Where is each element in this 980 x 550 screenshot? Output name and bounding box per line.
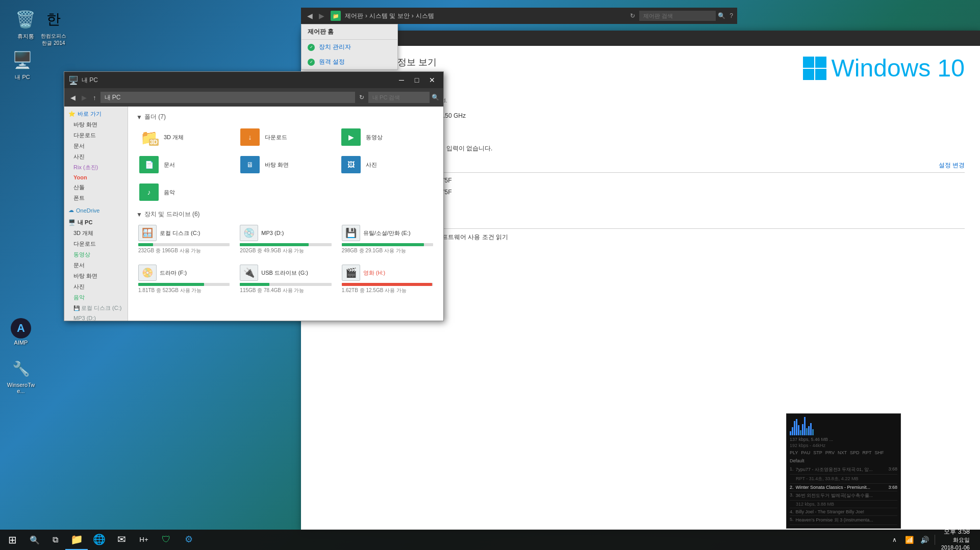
cp-search-btn[interactable]: 🔍 bbox=[718, 12, 725, 19]
aimp-shf-btn[interactable]: SHF bbox=[875, 450, 884, 455]
tray-clock[interactable]: 오후 3:58 화요일2018-01-06 bbox=[937, 528, 974, 550]
fe-titlebar: 🖥️ 내 PC ─ □ ✕ bbox=[64, 72, 443, 88]
sidebar-item-downloads[interactable]: 다운로드 bbox=[64, 130, 128, 141]
sidebar-item-my-pc[interactable]: 🖥️ 내 PC bbox=[64, 217, 128, 228]
folder-item-downloads[interactable]: ↓ 다운로드 bbox=[237, 125, 334, 149]
sidebar-item-yoon[interactable]: Yoon bbox=[64, 173, 128, 182]
sidebar-item-pic2[interactable]: 사진 bbox=[64, 281, 128, 292]
cp-back-btn[interactable]: ◀ bbox=[305, 12, 315, 20]
desktop-icon-winsero[interactable]: 🔧 WinseroTwe... bbox=[3, 354, 39, 396]
sidebar-item-video[interactable]: 동영상 bbox=[64, 249, 128, 260]
tray-show-desktop-btn[interactable] bbox=[974, 530, 978, 550]
cp-dropdown-device-mgr[interactable]: ✓ 장치 관리자 bbox=[301, 40, 397, 55]
fe-maximize-btn[interactable]: □ bbox=[410, 74, 424, 86]
sidebar-item-rix[interactable]: Rix (초진) bbox=[64, 162, 128, 173]
folder-item-music[interactable]: ♪ 음악 bbox=[136, 180, 233, 204]
drives-section-header: ▼ 장치 및 드라이브 (6) bbox=[136, 210, 435, 219]
fe-back-btn[interactable]: ◀ bbox=[68, 94, 78, 101]
sidebar-item-font[interactable]: 폰트 bbox=[64, 193, 128, 203]
sidebar-item-dl2[interactable]: 다운로드 bbox=[64, 239, 128, 249]
sidebar-item-c-drive[interactable]: 💾 로컬 디스크 (C:) bbox=[64, 303, 128, 313]
fe-search-btn[interactable]: 🔍 bbox=[432, 94, 439, 101]
cp-help-btn[interactable]: ? bbox=[730, 12, 733, 19]
aimp-spd-btn[interactable]: SPD bbox=[850, 450, 860, 455]
cp-forward-btn[interactable]: ▶ bbox=[317, 12, 326, 20]
tray-volume-icon[interactable]: 🔊 bbox=[917, 530, 933, 550]
aimp-prv-btn[interactable]: PRV bbox=[825, 450, 835, 455]
cp-search-input[interactable] bbox=[639, 11, 716, 21]
aimp-ply-btn[interactable]: PLY bbox=[790, 450, 798, 455]
sidebar-item-photos[interactable]: 사진 bbox=[64, 151, 128, 162]
drive-item-e[interactable]: 💾 유틸/소설/만화 (E:) 298GB 중 29.1GB 사용 가능 bbox=[340, 223, 435, 256]
sidebar-item-onedrive[interactable]: ☁ OneDrive bbox=[64, 205, 128, 215]
taskbar-app-chrome[interactable]: 🌐 bbox=[88, 530, 110, 550]
desktop-icon-hancom[interactable]: 한 한컴오피스한글 2014 bbox=[33, 5, 74, 49]
vis-bar-2 bbox=[792, 427, 793, 435]
taskbar-app-mail[interactable]: ✉ bbox=[110, 530, 133, 550]
sidebar-item-quick-access[interactable]: ⭐ 바로 가기 bbox=[64, 109, 128, 119]
aimp-pau-btn[interactable]: PAU bbox=[801, 450, 810, 455]
cp-dropdown-remote[interactable]: ✓ 원격 설정 bbox=[301, 55, 397, 69]
sidebar-onedrive-label: OneDrive bbox=[76, 207, 99, 214]
taskbar-search-button[interactable]: 🔍 bbox=[24, 530, 45, 550]
sidebar-item-3d[interactable]: 3D 개체 bbox=[64, 228, 128, 239]
start-button[interactable]: ⊞ bbox=[0, 530, 24, 550]
drive-item-d[interactable]: 💿 MP3 (D:) 202GB 중 49.9GB 사용 가능 bbox=[238, 223, 333, 256]
fe-up-btn[interactable]: ↑ bbox=[91, 94, 98, 101]
change-settings-link[interactable]: 설정 변경 bbox=[939, 161, 965, 170]
vis-bar-10 bbox=[808, 426, 810, 435]
folder-item-photos[interactable]: 🖼 사진 bbox=[338, 153, 435, 176]
drives-collapse-btn[interactable]: ▼ bbox=[136, 211, 142, 218]
desktop-icon-my-pc[interactable]: 🖥️ 내 PC bbox=[4, 46, 41, 83]
folder-item-desktop[interactable]: 🖥 바탕 화면 bbox=[237, 153, 334, 176]
fe-close-btn[interactable]: ✕ bbox=[425, 74, 439, 86]
pl-sub-3: 312 kbps, 3.88 MB bbox=[790, 502, 834, 507]
drive-item-c[interactable]: 🪟 로컬 디스크 (C:) 232GB 중 196GB 사용 가능 bbox=[136, 223, 232, 256]
tray-network-icon[interactable]: 📶 bbox=[902, 530, 917, 550]
folder-item-3d[interactable]: 📁 3D 3D 개체 bbox=[136, 125, 233, 149]
fe-main-content: ▼ 폴더 (7) 📁 3D 3D 개체 bbox=[128, 107, 443, 321]
aimp-pl-item-2[interactable]: 2. Winter Sonata Classics - Premiunit...… bbox=[790, 484, 897, 491]
drive-item-h[interactable]: 🎬 영화 (H:) 1.62TB 중 12.5GB 사용 가능 bbox=[340, 263, 435, 296]
vis-bar-11 bbox=[810, 423, 812, 435]
aimp-nxt-btn[interactable]: NXT bbox=[838, 450, 847, 455]
aimp-rpt-btn[interactable]: RPT bbox=[863, 450, 872, 455]
taskbar-app-settings[interactable]: ⚙ bbox=[178, 530, 200, 550]
sidebar-item-documents[interactable]: 문서 bbox=[64, 141, 128, 151]
sidebar-item-sandol[interactable]: 산돌 bbox=[64, 182, 128, 193]
cp-sep-2: › bbox=[412, 12, 414, 19]
drive-e-name: 유틸/소설/만화 (E:) bbox=[363, 229, 411, 237]
aimp-pl-item-1[interactable]: 1. 7ypu77 - 사조영웅전3 두재곡 01, 앞... 3:68 bbox=[790, 465, 897, 475]
drive-g-size: 115GB 중 78.4GB 사용 가능 bbox=[240, 287, 331, 294]
task-view-button[interactable]: ⧉ bbox=[45, 530, 65, 550]
taskbar-app-hplus[interactable]: H+ bbox=[133, 530, 155, 550]
aimp-stp-btn[interactable]: STP bbox=[813, 450, 822, 455]
folders-collapse-btn[interactable]: ▼ bbox=[136, 114, 142, 121]
sidebar-item-doc2[interactable]: 문서 bbox=[64, 260, 128, 271]
vis-bar-4 bbox=[796, 419, 797, 435]
fe-forward-btn[interactable]: ▶ bbox=[80, 94, 89, 101]
sidebar-item-desktop[interactable]: 바탕 화면 bbox=[64, 119, 128, 130]
drive-item-g[interactable]: 🔌 USB 드라이브 (G:) 115GB 중 78.4GB 사용 가능 bbox=[238, 263, 333, 296]
taskbar-app-shield[interactable]: 🛡 bbox=[155, 530, 178, 550]
fe-minimize-btn[interactable]: ─ bbox=[394, 74, 409, 86]
folder-item-docs[interactable]: 📄 문서 bbox=[136, 153, 233, 176]
aimp-pl-item-3[interactable]: 3. 36번 외전도두거 발레곡(실수촉수를... bbox=[790, 491, 897, 501]
folder-video-name: 동영상 bbox=[366, 134, 383, 141]
cp-refresh-btn[interactable]: ↻ bbox=[628, 12, 637, 19]
desktop-icon-aimp[interactable]: A AIMP bbox=[3, 316, 39, 348]
sidebar-item-desktop2[interactable]: 바탕 화면 bbox=[64, 271, 128, 281]
sidebar-item-music[interactable]: 음악 bbox=[64, 292, 128, 303]
aimp-icon: A bbox=[11, 318, 31, 338]
aimp-pl-item-5[interactable]: 5. Heaven's Promise 외 3 (Instrumenta... bbox=[790, 516, 897, 525]
fe-refresh-btn[interactable]: ↻ bbox=[357, 94, 366, 101]
drive-item-f[interactable]: 📀 드라마 (F:) 1.81TB 중 523GB 사용 가능 bbox=[136, 263, 232, 296]
taskbar-app-file-explorer[interactable]: 📁 bbox=[65, 530, 88, 550]
aimp-pl-item-4[interactable]: 4. Billy Joel - The Stranger Billy Joe! bbox=[790, 508, 897, 516]
my-pc-sidebar-icon: 🖥️ bbox=[68, 219, 76, 226]
tray-chevron-btn[interactable]: ∧ bbox=[888, 530, 902, 550]
system-window-titlebar: 시스템 bbox=[301, 31, 980, 46]
fe-search-input[interactable] bbox=[368, 92, 430, 103]
folder-item-video[interactable]: ▶ 동영상 bbox=[338, 125, 435, 149]
sidebar-item-d-drive[interactable]: MP3 (D:) bbox=[64, 313, 128, 321]
